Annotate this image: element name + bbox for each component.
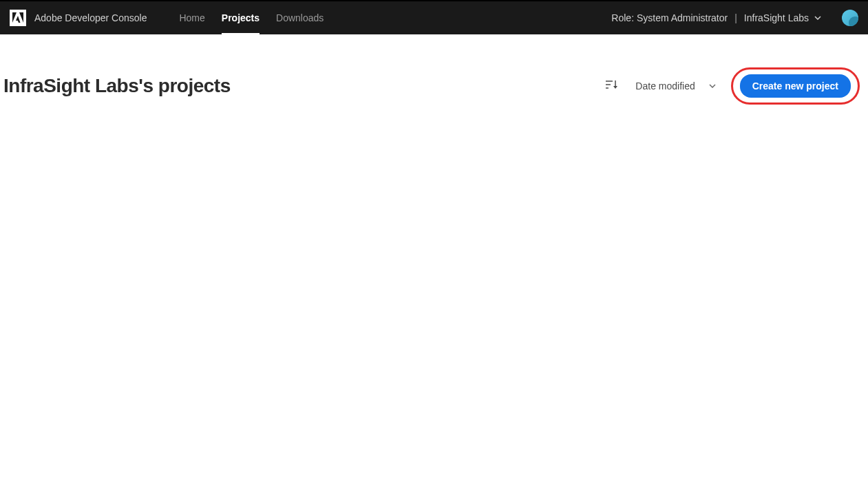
role-label: Role: System Administrator [611, 12, 728, 23]
sort-icon [605, 80, 617, 89]
create-project-button[interactable]: Create new project [740, 74, 851, 98]
highlight-ring: Create new project [731, 67, 860, 105]
main-nav: Home Projects Downloads [171, 1, 332, 34]
nav-home[interactable]: Home [171, 1, 213, 34]
nav-projects[interactable]: Projects [213, 1, 268, 34]
separator: | [734, 12, 737, 23]
sort-dropdown[interactable]: Date modified [628, 76, 722, 96]
page-title: InfraSight Labs's projects [3, 75, 231, 97]
sort-label: Date modified [635, 80, 695, 91]
brand-name: Adobe Developer Console [34, 12, 147, 23]
chevron-down-icon [814, 16, 821, 20]
org-selector[interactable]: InfraSight Labs [744, 12, 821, 23]
chevron-down-icon [709, 84, 716, 88]
sort-direction-button[interactable] [602, 77, 620, 95]
header-right: Role: System Administrator | InfraSight … [611, 10, 858, 26]
org-name: InfraSight Labs [744, 12, 809, 23]
avatar[interactable] [842, 10, 858, 26]
adobe-logo-icon [10, 10, 26, 26]
main-content: InfraSight Labs's projects Date modified… [0, 34, 868, 105]
app-header: Adobe Developer Console Home Projects Do… [0, 1, 868, 34]
header-left: Adobe Developer Console Home Projects Do… [10, 1, 332, 34]
controls: Date modified Create new project [602, 67, 868, 105]
nav-downloads[interactable]: Downloads [268, 1, 332, 34]
